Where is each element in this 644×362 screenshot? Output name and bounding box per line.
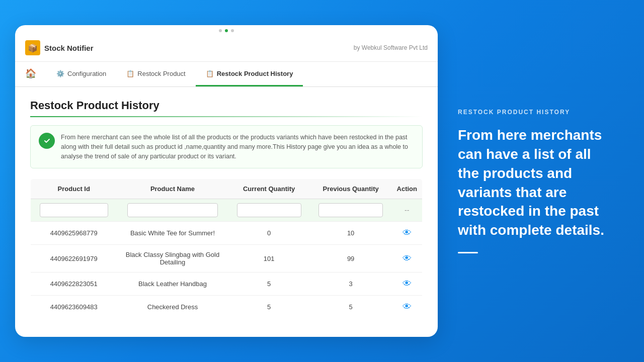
tab-configuration-label: Configuration [67, 70, 106, 77]
col-current-qty: Current Quantity [228, 179, 309, 199]
table-row: 4409622691979 Black Classy Slingbag with… [31, 245, 423, 273]
filter-cell-name [117, 199, 228, 222]
brand-logo: 📦 Stock Notifier [25, 40, 94, 55]
col-product-id: Product Id [31, 179, 117, 199]
logo-icon: 📦 [25, 40, 40, 55]
info-text: From here merchant can see the whole lis… [61, 133, 414, 161]
right-panel: RESTOCK PRODUCT HISTORY From here mercha… [438, 94, 629, 268]
view-icon-1[interactable]: 👁 [403, 253, 412, 263]
cell-product-name-1: Black Classy Slingbag with Gold Detailin… [117, 245, 228, 273]
main-container: 📦 Stock Notifier by Webkul Software Pvt … [0, 0, 644, 362]
view-icon-0[interactable]: 👁 [403, 228, 412, 238]
cell-product-id-3: 4409623609483 [31, 296, 117, 319]
filter-input-name[interactable] [127, 203, 218, 217]
filter-input-id[interactable] [40, 203, 108, 217]
nav-tabs: 🏠 ⚙️ Configuration 📋 Restock Product 📋 R… [15, 62, 438, 87]
view-icon-3[interactable]: 👁 [403, 302, 412, 312]
filter-cell-id [31, 199, 117, 222]
history-icon: 📋 [206, 70, 214, 77]
config-icon: ⚙️ [56, 70, 64, 77]
filter-input-previous[interactable] [318, 203, 383, 217]
filter-row: -- [31, 199, 423, 222]
tab-home[interactable]: 🏠 [15, 62, 46, 86]
cell-current-qty-2: 5 [228, 273, 309, 296]
col-previous-qty: Previous Quantity [310, 179, 392, 199]
card-header: 📦 Stock Notifier by Webkul Software Pvt … [15, 34, 438, 62]
panel-divider [458, 252, 478, 253]
page-title: Restock Product History [30, 99, 423, 112]
home-icon: 🏠 [25, 68, 36, 79]
card-body: Restock Product History From here mercha… [15, 87, 438, 331]
panel-description: From here merchants can have a list of a… [458, 126, 609, 240]
cell-previous-qty-1: 99 [310, 245, 392, 273]
info-box: From here merchant can see the whole lis… [30, 125, 423, 168]
filter-input-current[interactable] [237, 203, 301, 217]
cell-product-id-2: 4409622823051 [31, 273, 117, 296]
cell-product-name-3: Checkered Dress [117, 296, 228, 319]
dot-1 [219, 29, 222, 32]
cell-product-id-1: 4409622691979 [31, 245, 117, 273]
cell-current-qty-1: 101 [228, 245, 309, 273]
by-label: by Webkul Software Pvt Ltd [354, 44, 428, 51]
tab-restock-product[interactable]: 📋 Restock Product [116, 62, 195, 86]
tab-restock-history-label: Restock Product History [217, 70, 293, 77]
cell-product-id-0: 4409625968779 [31, 222, 117, 245]
action-dash: -- [405, 206, 409, 214]
info-icon [39, 133, 55, 149]
view-icon-2[interactable]: 👁 [403, 279, 412, 289]
dot-2 [225, 29, 228, 32]
table-row: 4409625968779 Basic White Tee for Summer… [31, 222, 423, 245]
table-header-row: Product Id Product Name Current Quantity… [31, 179, 423, 199]
col-action: Action [392, 179, 423, 199]
cell-action-0: 👁 [392, 222, 423, 245]
app-card: 📦 Stock Notifier by Webkul Software Pvt … [15, 25, 438, 337]
cell-previous-qty-0: 10 [310, 222, 392, 245]
filter-cell-current [228, 199, 309, 222]
cell-previous-qty-2: 3 [310, 273, 392, 296]
cell-previous-qty-3: 5 [310, 296, 392, 319]
tab-restock-product-history[interactable]: 📋 Restock Product History [196, 62, 303, 86]
panel-subtitle: RESTOCK PRODUCT HISTORY [458, 109, 609, 116]
filter-cell-action: -- [392, 199, 423, 222]
tab-restock-product-label: Restock Product [137, 70, 185, 77]
filter-cell-previous [310, 199, 392, 222]
table-row: 4409623609483 Checkered Dress 5 5 👁 [31, 296, 423, 319]
restock-icon: 📋 [126, 70, 134, 77]
logo-emoji: 📦 [28, 43, 38, 53]
brand-name: Stock Notifier [44, 44, 94, 52]
cell-product-name-0: Basic White Tee for Summer! [117, 222, 228, 245]
cell-action-2: 👁 [392, 273, 423, 296]
cell-product-name-2: Black Leather Handbag [117, 273, 228, 296]
title-underline [30, 116, 423, 117]
col-product-name: Product Name [117, 179, 228, 199]
cell-current-qty-3: 5 [228, 296, 309, 319]
card-dots [15, 25, 438, 34]
data-table: Product Id Product Name Current Quantity… [30, 178, 423, 319]
cell-action-1: 👁 [392, 245, 423, 273]
dot-3 [231, 29, 234, 32]
table-row: 4409622823051 Black Leather Handbag 5 3 … [31, 273, 423, 296]
tab-configuration[interactable]: ⚙️ Configuration [46, 62, 116, 86]
cell-current-qty-0: 0 [228, 222, 309, 245]
cell-action-3: 👁 [392, 296, 423, 319]
